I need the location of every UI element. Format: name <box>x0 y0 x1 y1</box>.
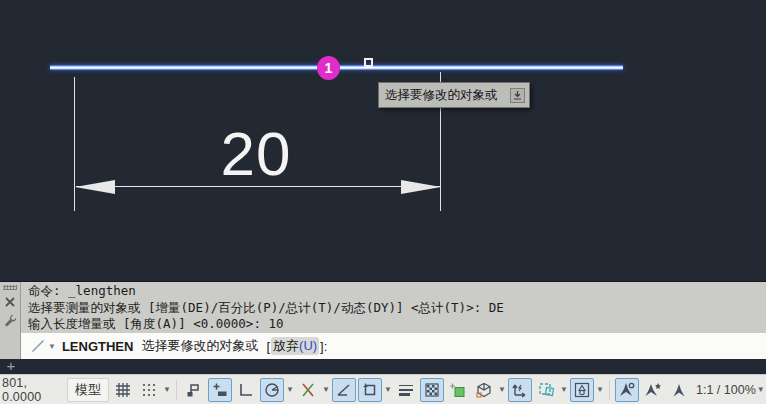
annotation-visibility-icon <box>618 381 636 399</box>
annotation-visibility-button[interactable] <box>615 378 639 402</box>
active-command-name: LENGTHEN <box>62 339 134 354</box>
transparency-icon <box>423 381 441 399</box>
command-history[interactable]: 命令: _lengthen 选择要测量的对象或 [增量(DE)/百分比(P)/总… <box>21 282 766 333</box>
snap-icon <box>141 382 157 398</box>
lineweight-icon <box>397 381 415 399</box>
command-input-line[interactable]: ▼ LENGTHEN 选择要修改的对象或 [ 放弃(U) ]: <box>21 333 766 359</box>
annotation-scale-button[interactable] <box>667 378 691 402</box>
selection-badge: 1 <box>317 56 340 80</box>
chevron-down-icon[interactable]: ▼ <box>559 385 569 394</box>
cube-icon <box>475 381 493 399</box>
prompt-text: 选择要修改的对象或 <box>141 337 258 355</box>
chevron-down-icon[interactable]: ▼ <box>497 385 507 394</box>
object-snap-tracking-button[interactable] <box>332 378 356 402</box>
isometric-drafting-button[interactable] <box>296 378 320 402</box>
bracket: [ <box>266 339 270 354</box>
command-window: 命令: _lengthen 选择要测量的对象或 [增量(DE)/百分比(P)/总… <box>0 281 766 358</box>
drag-grip-icon[interactable] <box>3 285 17 290</box>
annotation-scale-value[interactable]: 1:1 / 100% <box>696 383 756 397</box>
dimension-arrow-left <box>75 180 115 194</box>
dimension-value: 20 <box>206 118 306 189</box>
isolate-objects-icon <box>573 381 591 399</box>
line-tool-icon <box>31 339 45 353</box>
isometric-drafting-icon <box>299 381 317 399</box>
arrow-down-to-line-icon <box>513 91 522 100</box>
snap-button[interactable] <box>137 378 161 402</box>
bracket: ]: <box>320 339 327 354</box>
annotation-autoscale-icon <box>644 381 662 399</box>
annotation-monitor-icon <box>537 381 555 399</box>
annotation-scale-icon <box>670 381 688 399</box>
polar-tracking-icon <box>263 381 281 399</box>
crosshair-pickbox <box>364 58 373 67</box>
prompt-icon[interactable]: ▼ <box>31 339 56 353</box>
chevron-down-icon[interactable]: ▼ <box>321 385 331 394</box>
annotation-monitor-button[interactable] <box>534 378 558 402</box>
add-layout-button[interactable]: + <box>4 360 18 373</box>
chevron-down-icon[interactable]: ▼ <box>756 385 766 394</box>
grid-icon <box>114 381 132 399</box>
infer-constraints-icon <box>185 381 203 399</box>
object-snap-icon <box>361 381 379 399</box>
transparency-button[interactable] <box>420 378 444 402</box>
dynamic-input-icon <box>211 381 229 399</box>
chevron-down-icon[interactable]: ▼ <box>285 385 295 394</box>
close-command-button[interactable] <box>3 294 18 309</box>
tooltip-expand-button[interactable] <box>510 88 525 103</box>
ortho-button[interactable] <box>234 378 258 402</box>
dynamic-input-button[interactable] <box>208 378 232 402</box>
separator <box>609 380 610 400</box>
wrench-icon <box>4 314 17 327</box>
command-window-rail[interactable] <box>0 282 21 359</box>
ucs-button[interactable] <box>508 378 532 402</box>
command-option-undo[interactable]: 放弃(U) <box>271 337 319 355</box>
chevron-down-icon[interactable]: ▼ <box>383 385 393 394</box>
chevron-down-icon[interactable]: ▼ <box>595 385 605 394</box>
dimension-arrow-right <box>401 180 441 194</box>
lineweight-button[interactable] <box>394 378 418 402</box>
history-line: 命令: _lengthen <box>28 283 766 300</box>
option-key: (U) <box>299 338 317 353</box>
polar-tracking-button[interactable] <box>260 378 284 402</box>
command-settings-button[interactable] <box>3 313 18 328</box>
status-bar: 801, 0.0000 模型 ▼ <box>0 374 766 404</box>
history-line: 输入长度增量或 [角度(A)] <0.0000>: 10 <box>28 316 766 333</box>
dynamic-ucs-button[interactable] <box>472 378 496 402</box>
model-tab-button[interactable]: 模型 <box>67 378 109 402</box>
chevron-down-icon: ▼ <box>48 342 56 351</box>
cursor-tooltip: 选择要修改的对象或 <box>378 82 530 108</box>
chevron-down-icon[interactable]: ▼ <box>162 385 172 394</box>
grid-button[interactable] <box>111 378 135 402</box>
ortho-icon <box>237 381 255 399</box>
selection-cycling-button[interactable] <box>446 378 470 402</box>
infer-constraints-button[interactable] <box>182 378 206 402</box>
object-snap-button[interactable] <box>358 378 382 402</box>
tooltip-text: 选择要修改的对象或 <box>379 87 510 104</box>
close-icon <box>5 297 15 307</box>
object-snap-tracking-icon <box>335 381 353 399</box>
autocad-window: 20 1 选择要修改的对象或 <box>0 0 766 404</box>
ucs-axes-icon <box>511 381 529 399</box>
separator <box>176 380 177 400</box>
selection-cycling-icon <box>449 381 467 399</box>
annotation-autoscale-button[interactable] <box>641 378 665 402</box>
history-line: 选择要测量的对象或 [增量(DE)/百分比(P)/总计(T)/动态(DY)] <… <box>28 300 766 317</box>
coordinates-display: 801, 0.0000 <box>2 376 66 404</box>
isolate-objects-button[interactable] <box>570 378 594 402</box>
